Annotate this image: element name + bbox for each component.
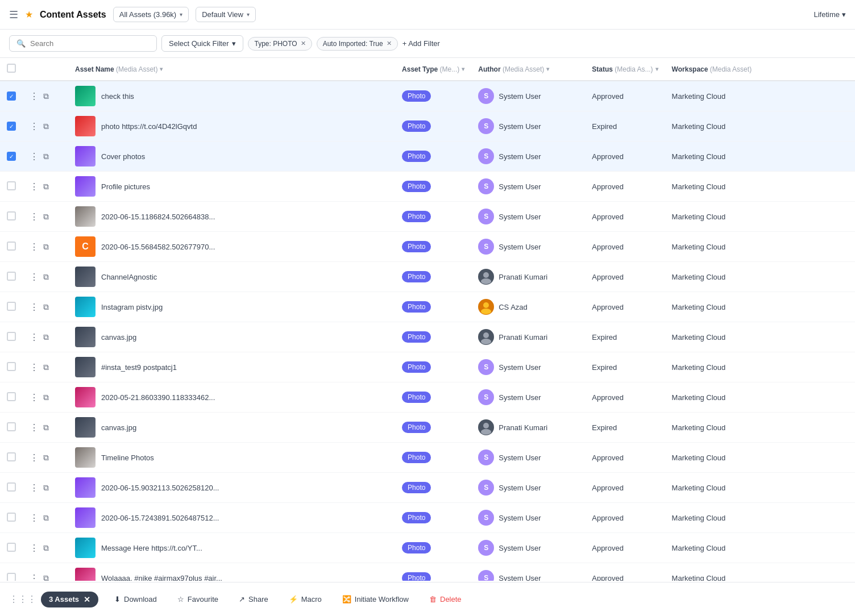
row-copy-icon[interactable]: ⧉ bbox=[43, 513, 49, 523]
svg-point-2 bbox=[483, 302, 489, 308]
row-copy-icon[interactable]: ⧉ bbox=[43, 483, 49, 493]
sort-type-icon[interactable]: ▾ bbox=[462, 66, 464, 72]
row-copy-icon[interactable]: ⧉ bbox=[43, 122, 49, 131]
menu-icon[interactable]: ☰ bbox=[9, 9, 18, 21]
select-all-checkbox[interactable] bbox=[7, 64, 16, 73]
row-checkbox[interactable] bbox=[7, 452, 16, 461]
col-author: Author (Media Asset) bbox=[478, 65, 544, 73]
row-copy-icon[interactable]: ⧉ bbox=[43, 302, 49, 312]
row-actions: ⋮ ⧉ bbox=[30, 362, 61, 373]
row-menu-icon[interactable]: ⋮ bbox=[30, 91, 39, 102]
row-actions: ⋮ ⧉ bbox=[30, 211, 61, 222]
author-cell: S System User bbox=[478, 239, 578, 255]
add-filter-button[interactable]: + Add Filter bbox=[402, 39, 440, 48]
quick-filter-dropdown[interactable]: Select Quick Filter ▾ bbox=[161, 35, 243, 52]
row-checkbox[interactable] bbox=[7, 392, 16, 401]
row-copy-icon[interactable]: ⧉ bbox=[43, 91, 49, 101]
row-menu-icon[interactable]: ⋮ bbox=[30, 573, 39, 581]
row-copy-icon[interactable]: ⧉ bbox=[43, 423, 49, 432]
default-view-dropdown[interactable]: Default View ▾ bbox=[196, 7, 256, 22]
row-menu-icon[interactable]: ⋮ bbox=[30, 392, 39, 403]
status-text: Approved bbox=[592, 514, 624, 522]
row-copy-icon[interactable]: ⧉ bbox=[43, 573, 49, 581]
row-menu-icon[interactable]: ⋮ bbox=[30, 482, 39, 493]
row-menu-icon[interactable]: ⋮ bbox=[30, 452, 39, 463]
row-checkbox[interactable] bbox=[7, 181, 16, 190]
row-checkbox[interactable] bbox=[7, 332, 16, 341]
star-icon[interactable]: ★ bbox=[25, 9, 33, 20]
row-copy-icon[interactable]: ⧉ bbox=[43, 453, 49, 463]
row-menu-icon[interactable]: ⋮ bbox=[30, 543, 39, 553]
row-copy-icon[interactable]: ⧉ bbox=[43, 182, 49, 192]
row-checkbox[interactable] bbox=[7, 302, 16, 311]
row-checkbox[interactable] bbox=[7, 482, 16, 492]
status-text: Approved bbox=[592, 574, 624, 581]
author-cell: S System User bbox=[478, 359, 578, 375]
row-menu-icon[interactable]: ⋮ bbox=[30, 181, 39, 192]
type-filter-close[interactable]: ✕ bbox=[301, 40, 306, 47]
asset-table: Asset Name (Media Asset) ▾ Asset Type (M… bbox=[0, 58, 855, 581]
asset-type-badge: Photo bbox=[402, 512, 431, 523]
row-checkbox[interactable] bbox=[7, 573, 16, 581]
row-menu-icon[interactable]: ⋮ bbox=[30, 362, 39, 373]
row-menu-icon[interactable]: ⋮ bbox=[30, 302, 39, 313]
row-checkbox[interactable] bbox=[7, 362, 16, 371]
row-menu-icon[interactable]: ⋮ bbox=[30, 422, 39, 433]
asset-name-cell: 2020-06-15.7243891.5026487512... bbox=[75, 507, 388, 528]
row-copy-icon[interactable]: ⧉ bbox=[43, 272, 49, 282]
row-copy-icon[interactable]: ⧉ bbox=[43, 393, 49, 402]
row-checkbox[interactable] bbox=[7, 513, 16, 522]
asset-type-badge: Photo bbox=[402, 542, 431, 553]
row-checkbox[interactable] bbox=[7, 122, 16, 131]
author-name: Pranati Kumari bbox=[499, 423, 547, 432]
row-checkbox[interactable] bbox=[7, 211, 16, 220]
row-checkbox[interactable] bbox=[7, 91, 16, 101]
author-name: Pranati Kumari bbox=[499, 333, 547, 342]
row-checkbox[interactable] bbox=[7, 152, 16, 161]
row-checkbox[interactable] bbox=[7, 272, 16, 281]
row-copy-icon[interactable]: ⧉ bbox=[43, 152, 49, 161]
all-assets-dropdown[interactable]: All Assets (3.96k) ▾ bbox=[113, 7, 189, 22]
author-name: CS Azad bbox=[499, 303, 528, 311]
row-menu-icon[interactable]: ⋮ bbox=[30, 211, 39, 222]
row-copy-icon[interactable]: ⧉ bbox=[43, 212, 49, 222]
author-cell: Pranati Kumari bbox=[478, 419, 578, 435]
asset-name: Profile pictures bbox=[101, 182, 150, 191]
asset-name-cell: Timeline Photos bbox=[75, 447, 388, 468]
author-name: System User bbox=[499, 514, 541, 522]
asset-name: Cover photos bbox=[101, 152, 145, 161]
author-name: System User bbox=[499, 363, 541, 372]
workspace-name: Marketing Cloud bbox=[672, 243, 726, 251]
row-checkbox[interactable] bbox=[7, 242, 16, 251]
sort-author-icon[interactable]: ▾ bbox=[546, 66, 549, 72]
chevron-down-icon: ▾ bbox=[232, 39, 236, 48]
row-copy-icon[interactable]: ⧉ bbox=[43, 543, 49, 553]
svg-point-7 bbox=[481, 429, 491, 435]
asset-name: Instagram pistv.jpg bbox=[101, 303, 163, 311]
table-row: ⋮ ⧉ Cover photos Photo S System User App… bbox=[0, 141, 855, 172]
row-copy-icon[interactable]: ⧉ bbox=[43, 242, 49, 252]
row-copy-icon[interactable]: ⧉ bbox=[43, 332, 49, 342]
sort-status-icon[interactable]: ▾ bbox=[655, 66, 658, 72]
table-body: ⋮ ⧉ check this Photo S System User Appro… bbox=[0, 81, 855, 581]
row-menu-icon[interactable]: ⋮ bbox=[30, 513, 39, 523]
auto-imported-filter-close[interactable]: ✕ bbox=[387, 40, 392, 47]
row-checkbox[interactable] bbox=[7, 422, 16, 431]
row-menu-icon[interactable]: ⋮ bbox=[30, 272, 39, 282]
sort-name-icon[interactable]: ▾ bbox=[160, 66, 163, 72]
workspace-name: Marketing Cloud bbox=[672, 544, 726, 552]
author-cell: S System User bbox=[478, 209, 578, 224]
row-checkbox[interactable] bbox=[7, 543, 16, 552]
row-menu-icon[interactable]: ⋮ bbox=[30, 121, 39, 132]
author-name: System User bbox=[499, 213, 541, 221]
row-menu-icon[interactable]: ⋮ bbox=[30, 242, 39, 252]
author-name: System User bbox=[499, 182, 541, 191]
row-menu-icon[interactable]: ⋮ bbox=[30, 151, 39, 162]
row-copy-icon[interactable]: ⧉ bbox=[43, 363, 49, 372]
search-box[interactable]: 🔍 bbox=[9, 35, 157, 52]
lifetime-button[interactable]: Lifetime ▾ bbox=[814, 10, 846, 19]
type-filter-chip: Type: PHOTO ✕ bbox=[248, 37, 312, 51]
row-actions: ⋮ ⧉ bbox=[30, 181, 61, 192]
search-input[interactable] bbox=[30, 39, 150, 48]
row-menu-icon[interactable]: ⋮ bbox=[30, 332, 39, 343]
